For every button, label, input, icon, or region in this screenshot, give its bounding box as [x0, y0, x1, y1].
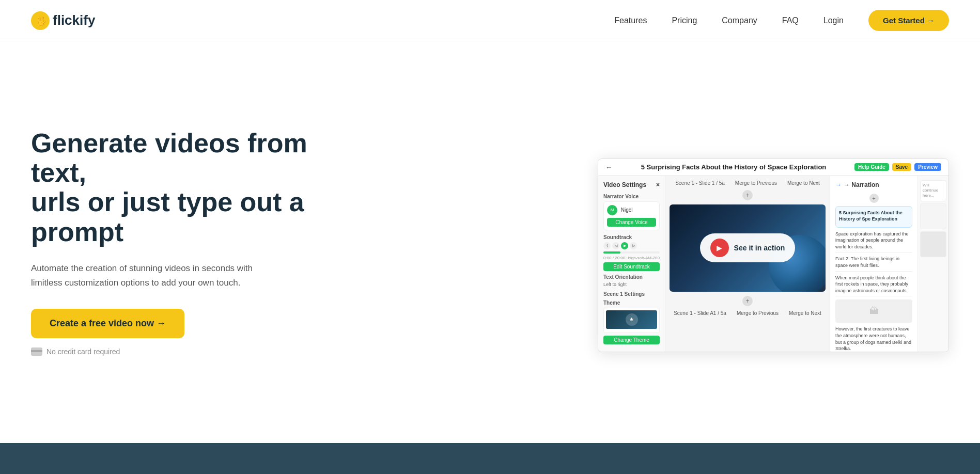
- back-button[interactable]: ←: [605, 163, 613, 171]
- center-video-panel: Scene 1 - Slide 1 / 5a Merge to Previous…: [665, 176, 830, 352]
- scene-nav-bottom: Scene 1 - Slide A1 / 5a Merge to Previou…: [674, 310, 821, 316]
- time-full: high-soft-AM-200: [628, 256, 660, 260]
- text-orientation-label: Text Orientation: [603, 274, 660, 280]
- voice-block: M Nigel Change Voice: [603, 201, 660, 230]
- nav-links: Features Pricing Company FAQ Login Get S…: [614, 10, 949, 31]
- hero-title-line1: Generate videos from text,: [31, 128, 307, 187]
- far-right-item-2: [920, 203, 946, 229]
- scene-nav-top: Scene 1 - Slide 1 / 5a Merge to Previous…: [675, 180, 820, 186]
- no-credit-notice: No credit card required: [31, 347, 331, 356]
- nav-faq[interactable]: FAQ: [782, 16, 799, 25]
- narration-item-2: Fact 2: The first living beings in space…: [835, 256, 912, 271]
- narrator-name: Nigel: [621, 207, 633, 212]
- panel-title: Video Settings ×: [603, 181, 660, 188]
- hero-right: ← 5 Surprising Facts About the History o…: [598, 153, 949, 352]
- timeline-fill: [603, 251, 620, 254]
- add-narration-top[interactable]: +: [869, 194, 879, 203]
- add-scene-bottom[interactable]: +: [742, 296, 753, 306]
- voice-avatar: M: [607, 205, 617, 215]
- narration-arrow-icon: →: [835, 181, 842, 188]
- credit-card-icon: [31, 347, 42, 356]
- text-orientation-value: Left to right: [603, 282, 660, 287]
- narration-title-text: → Narration: [844, 181, 879, 188]
- get-started-button[interactable]: Get Started →: [868, 10, 949, 31]
- logo[interactable]: 🖐 flickify: [31, 11, 95, 30]
- nav-login[interactable]: Login: [823, 16, 844, 25]
- nav-pricing[interactable]: Pricing: [672, 16, 697, 25]
- app-demo-title: 5 Surprising Facts About the History of …: [618, 163, 849, 171]
- scene-label-bottom: Scene 1 - Slide A1 / 5a: [674, 310, 726, 316]
- narration-title: → → Narration: [835, 181, 912, 188]
- narration-main-card: 5 Surprising Facts About the History of …: [835, 206, 912, 228]
- scene-label-top: Scene 1 - Slide 1 / 5a: [675, 180, 725, 186]
- narration-item-1: Space exploration has captured the imagi…: [835, 231, 912, 253]
- play-button[interactable]: ▶: [621, 242, 628, 249]
- hero-description: Automate the creation of stunning videos…: [31, 261, 279, 290]
- video-container[interactable]: ▶ See it in action: [670, 204, 826, 292]
- soundtrack-controls: ⟨ ◁ ▶ ▷: [603, 242, 660, 249]
- timeline-bar: [603, 251, 660, 254]
- hero-title: Generate videos from text, urls or just …: [31, 129, 331, 247]
- image-placeholder: 🏔: [835, 299, 912, 323]
- edit-soundtrack-button[interactable]: Edit Soundtrack: [603, 262, 660, 271]
- scene-theme: ★: [603, 308, 660, 333]
- hero-section: Generate videos from text, urls or just …: [0, 41, 980, 443]
- left-settings-panel: Video Settings × Narrator Voice M Nigel …: [598, 176, 665, 352]
- footer-dark-bar: [0, 443, 980, 474]
- theme-image: ★: [606, 310, 657, 329]
- narration-item-3: When most people think about the first r…: [835, 275, 912, 297]
- play-text: See it in action: [734, 244, 785, 252]
- narrator-label: Narrator Voice: [603, 194, 660, 199]
- add-scene-top[interactable]: +: [742, 190, 753, 200]
- merge-next2[interactable]: Merge to Next: [789, 310, 821, 316]
- panel-title-text: Video Settings: [603, 181, 646, 188]
- app-topbar: ← 5 Surprising Facts About the History o…: [598, 159, 948, 176]
- far-right-item-1: Will continue here...: [920, 180, 946, 201]
- app-body: Video Settings × Narrator Voice M Nigel …: [598, 176, 948, 352]
- prev-button[interactable]: ◁: [612, 242, 619, 249]
- logo-icon: 🖐: [31, 11, 50, 30]
- cta-button[interactable]: Create a free video now →: [31, 309, 184, 338]
- nav-features[interactable]: Features: [614, 16, 647, 25]
- badge-save: Save: [892, 163, 911, 171]
- hero-title-line2: urls or just type out a prompt: [31, 187, 304, 246]
- change-theme-button[interactable]: Change Theme: [603, 336, 660, 344]
- badge-guide: Help Guide: [854, 163, 889, 171]
- navbar: 🖐 flickify Features Pricing Company FAQ …: [0, 0, 980, 41]
- scene-settings-label: Scene 1 Settings: [603, 291, 660, 297]
- top-badges: Help Guide Save Preview: [854, 163, 941, 171]
- narration-card-title: 5 Surprising Facts About the History of …: [839, 210, 909, 223]
- theme-label: Theme: [603, 300, 660, 306]
- nav-company[interactable]: Company: [722, 16, 757, 25]
- svg-text:🖐: 🖐: [36, 15, 47, 26]
- far-right-panel: Will continue here...: [917, 176, 948, 352]
- rewind-button[interactable]: ⟨: [603, 242, 611, 249]
- no-credit-text: No credit card required: [46, 347, 120, 356]
- change-voice-button[interactable]: Change Voice: [607, 218, 656, 227]
- play-overlay[interactable]: ▶ See it in action: [700, 233, 796, 262]
- play-circle[interactable]: ▶: [710, 239, 729, 257]
- next-button[interactable]: ▷: [630, 242, 637, 249]
- badge-preview: Preview: [914, 163, 941, 171]
- panel-close-icon[interactable]: ×: [656, 181, 660, 188]
- hero-left: Generate videos from text, urls or just …: [31, 129, 331, 376]
- brand-name: flickify: [53, 12, 95, 28]
- merge-prev2[interactable]: Merge to Previous: [737, 310, 779, 316]
- far-right-item-3: [920, 231, 946, 257]
- theme-preview: ★: [626, 313, 638, 326]
- soundtrack-label: Soundtrack: [603, 234, 660, 240]
- right-narration-panel: → → Narration + 5 Surprising Facts About…: [830, 176, 917, 352]
- time-label: 0:00 / 20:00 high-soft-AM-200: [603, 256, 660, 260]
- narration-item-4: However, the first creatures to leave th…: [835, 326, 912, 351]
- merge-next[interactable]: Merge to Next: [787, 180, 820, 186]
- merge-prev[interactable]: Merge to Previous: [735, 180, 777, 186]
- app-screenshot: ← 5 Surprising Facts About the History o…: [598, 159, 949, 352]
- time-current: 0:00 / 20:00: [603, 256, 625, 260]
